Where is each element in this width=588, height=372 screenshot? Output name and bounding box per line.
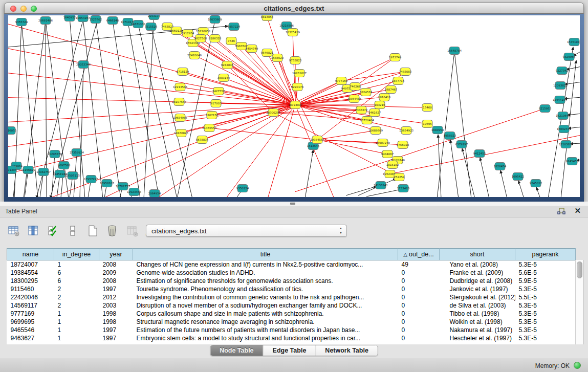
table-cell[interactable]: Estimation of the future numbers of pati… <box>133 326 398 334</box>
table-cell[interactable]: Dudbridge et al. (2008) <box>440 277 515 285</box>
table-cell[interactable]: Embryonic stem cells: a model to study s… <box>133 334 398 342</box>
table-row[interactable]: 977716911998Corpus callosum shape and si… <box>7 310 576 318</box>
network-node[interactable]: 5678834 <box>196 136 209 144</box>
table-cell[interactable]: 1997 <box>99 326 133 334</box>
network-edge[interactable] <box>144 16 154 197</box>
table-scrollbar[interactable] <box>575 260 583 344</box>
table-row[interactable]: 1938455462009Genome-wide association stu… <box>7 269 576 277</box>
table-cell[interactable]: 1997 <box>99 285 133 293</box>
network-node[interactable]: 12923468 <box>127 188 141 196</box>
table-cell[interactable]: 2012 <box>99 293 133 301</box>
table-cell[interactable]: 0 <box>398 318 440 326</box>
table-cell[interactable]: 0 <box>398 310 440 318</box>
network-edge[interactable] <box>366 189 401 196</box>
splitter-grip-icon[interactable] <box>290 203 295 205</box>
network-edge[interactable] <box>194 55 295 105</box>
tab-edge-table[interactable]: Edge Table <box>264 345 316 356</box>
table-cell[interactable]: 2 <box>54 285 99 293</box>
table-row[interactable]: 969969511998Structural magnetic resonanc… <box>7 318 576 326</box>
float-panel-icon[interactable] <box>557 207 565 215</box>
network-edge[interactable] <box>500 170 507 197</box>
table-cell[interactable]: Disruption of a novel member of a sodium… <box>133 301 398 310</box>
table-cell[interactable]: Tibbo et al. (1998) <box>440 310 515 318</box>
network-node[interactable]: 7546 <box>226 37 236 45</box>
network-edge[interactable] <box>273 110 361 113</box>
network-edge[interactable] <box>273 113 367 120</box>
network-node[interactable]: 20206576 <box>48 150 62 158</box>
table-row[interactable]: 911546021997Tourette syndrome. Phenomeno… <box>7 285 576 293</box>
network-node[interactable]: 2516055 <box>8 127 17 135</box>
network-node[interactable]: 6466140 <box>106 17 119 25</box>
network-node[interactable]: 9245012 <box>530 180 542 187</box>
network-node[interactable]: 14671338 <box>131 20 145 28</box>
table-cell[interactable]: 9463627 <box>7 334 54 342</box>
network-node[interactable]: 8186328 <box>209 35 222 42</box>
network-node[interactable]: 1695422 <box>512 173 525 181</box>
network-node[interactable]: 3427552 <box>212 87 225 95</box>
network-edge[interactable] <box>480 158 489 197</box>
table-cell[interactable]: Corpus callosum shape and size in male p… <box>133 310 398 318</box>
table-cell[interactable]: 2 <box>54 293 99 301</box>
table-cell[interactable]: Franke et al. (2009) <box>440 269 515 277</box>
table-cell[interactable]: 9777169 <box>7 310 54 318</box>
table-cell[interactable]: 0 <box>398 293 440 301</box>
network-node[interactable]: 15692371 <box>557 125 571 133</box>
create-new-table-icon[interactable] <box>86 225 99 238</box>
network-node[interactable]: 9227342 <box>556 67 569 75</box>
network-node[interactable]: 5912954 <box>182 30 194 37</box>
network-node[interactable]: 19166825 <box>174 129 188 137</box>
network-node[interactable]: 11156829 <box>21 166 35 174</box>
table-cell[interactable]: Jankovic et al. (1997) <box>440 285 515 293</box>
network-node[interactable]: 16648784 <box>447 47 462 55</box>
network-node[interactable]: 1877716 <box>392 77 405 85</box>
network-edge[interactable] <box>295 105 406 130</box>
memory-ok-indicator[interactable] <box>574 362 581 369</box>
show-columns-icon[interactable] <box>27 225 40 238</box>
table-cell[interactable]: 0 <box>398 334 440 342</box>
network-node[interactable]: 1840954 <box>431 126 444 134</box>
network-edge[interactable] <box>52 154 55 197</box>
network-node[interactable]: 7515526 <box>145 23 158 31</box>
network-node[interactable]: 13505115 <box>66 172 80 180</box>
table-cell[interactable]: Estimation of significance thresholds fo… <box>133 277 398 285</box>
table-cell[interactable]: de Silva et al. (2003) <box>440 301 515 310</box>
table-cell[interactable]: 18724007 <box>7 260 54 269</box>
table-cell[interactable]: 5.3E-5 <box>515 326 576 334</box>
network-node[interactable]: 16210643 <box>556 112 570 120</box>
table-cell[interactable]: 1 <box>54 334 99 342</box>
network-node[interactable]: 2064954 <box>148 190 161 198</box>
network-node[interactable]: 12213583 <box>173 83 187 91</box>
network-node[interactable]: 8958923 <box>444 132 456 140</box>
network-node[interactable]: 1687467 <box>385 86 398 94</box>
table-row[interactable]: 2242004622012Investigating the contribut… <box>7 293 576 301</box>
network-node[interactable]: 9242845 <box>221 61 234 69</box>
network-node[interactable]: 15226058 <box>196 28 210 35</box>
network-edge[interactable] <box>209 128 317 140</box>
tab-network-table[interactable]: Network Table <box>316 345 378 356</box>
network-edge[interactable] <box>295 105 336 197</box>
network-node[interactable]: 103216 <box>375 101 385 109</box>
network-node[interactable]: 8454749 <box>246 45 258 53</box>
table-cell[interactable]: 2009 <box>99 269 133 277</box>
network-node[interactable]: 16720404 <box>360 117 374 124</box>
network-node[interactable]: 12093822 <box>553 82 568 90</box>
network-node[interactable]: 18107553 <box>172 98 186 106</box>
table-cell[interactable]: Investigating the contribution of common… <box>133 293 398 301</box>
table-cell[interactable]: 2008 <box>99 277 133 285</box>
window-titlebar[interactable]: citations_edges.txt <box>4 3 584 14</box>
network-canvas[interactable]: 9355724206914061640952106532671527602646… <box>8 15 580 197</box>
table-cell[interactable]: Hescheler et al. (1997) <box>440 334 515 342</box>
column-header-in_degree[interactable]: in_degree <box>54 249 99 260</box>
network-node[interactable]: 18907249 <box>376 139 390 147</box>
table-cell[interactable]: 1998 <box>99 310 133 318</box>
network-node[interactable]: 10653267 <box>76 15 90 22</box>
tab-node-table[interactable]: Node Table <box>210 345 263 356</box>
table-cell[interactable]: 0 <box>398 326 440 334</box>
table-cell[interactable]: 6 <box>54 269 99 277</box>
column-header-out_de[interactable]: △out_de... <box>398 249 440 260</box>
network-node[interactable]: 19695 <box>422 120 432 128</box>
table-row[interactable]: 946362711997Embryonic stem cells: a mode… <box>7 334 576 342</box>
network-node[interactable]: 2043174 <box>148 15 161 20</box>
network-node[interactable]: 8813054 <box>261 15 274 21</box>
network-node[interactable]: 16958107 <box>100 180 114 187</box>
